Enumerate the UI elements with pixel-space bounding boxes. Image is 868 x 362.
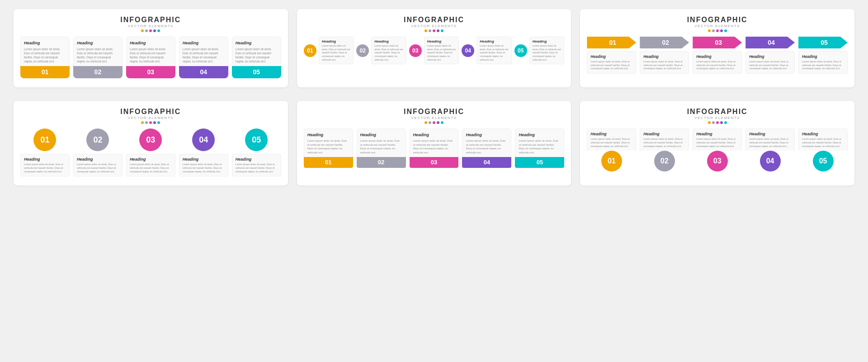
panel-1-a: INFOGRAPHIC VECTOR ELEMENTS Heading Lore… <box>14 9 288 87</box>
circle-num: 01 <box>601 151 622 171</box>
item-body: Lorem ipsum dolor sit amet, Duis ut vehi… <box>307 139 349 154</box>
card: Heading Lorem ipsum dolor sit amet, Duis… <box>529 37 565 64</box>
item-heading: Heading <box>236 41 278 45</box>
dot-3 <box>716 29 719 32</box>
panel-header: INFOGRAPHIC VECTOR ELEMENTS <box>20 108 281 124</box>
item-heading: Heading <box>643 132 685 136</box>
item-heading: Heading <box>749 132 791 136</box>
dot-1 <box>708 29 711 32</box>
item-body: Lorem ipsum dolor sit amet, Duis ut vehi… <box>749 138 791 148</box>
tab-num: 01 <box>304 157 353 168</box>
item-heading: Heading <box>183 41 225 45</box>
item-body: Lorem ipsum dolor sit amet, Duis ut vehi… <box>749 60 791 71</box>
card: Heading Lorem ipsum dolor sit amet, Duis… <box>126 154 175 176</box>
panel-header: INFOGRAPHIC VECTOR ELEMENTS <box>20 16 281 32</box>
item-body: Lorem ipsum dolor sit amet, Duis ut vehi… <box>77 163 119 173</box>
list-item: Heading Lorem ipsum dolor sit amet, Duis… <box>357 129 406 168</box>
badge-4: 04 <box>179 66 228 78</box>
circle-num: 02 <box>654 151 675 171</box>
dot-3 <box>716 121 719 124</box>
item-body: Lorem ipsum dolor sit amet, Duis ut vehi… <box>590 60 632 71</box>
items: 01 Heading Lorem ipsum dolor sit amet, D… <box>20 129 281 176</box>
list-item: Heading Lorem ipsum dolor sit amet, Duis… <box>587 129 636 171</box>
list-item: 04 Heading Lorem ipsum dolor sit amet, D… <box>462 37 512 64</box>
item-heading: Heading <box>77 157 119 162</box>
item-heading: Heading <box>427 39 456 43</box>
num-badge: 05 <box>514 44 527 57</box>
list-item: Heading Lorem ipsum dolor sit amet, Duis… <box>462 129 511 168</box>
card: Heading Lorem ipsum dolor sit amet, Duis… <box>232 154 281 176</box>
card: Heading Lorem ipsum dolor sit amet, Duis… <box>20 37 70 66</box>
item-body: Lorem ipsum dolor sit amet, Duis ut vehi… <box>360 139 402 154</box>
num-badge: 03 <box>409 44 422 57</box>
item-body: Lorem ipsum dolor sit amet, Duis ut vehi… <box>533 44 561 62</box>
badge-1: 01 <box>20 66 70 78</box>
card: Heading Lorem ipsum dolor sit amet, Duis… <box>371 37 406 64</box>
tab-num: 05 <box>515 157 564 168</box>
card: Heading Lorem ipsum dolor sit amet, Duis… <box>462 129 511 157</box>
card: Heading Lorem ipsum dolor sit amet, Duis… <box>798 51 848 74</box>
panel-1-c: INFOGRAPHIC VECTOR ELEMENTS 01 Heading L… <box>580 9 854 87</box>
item-body: Lorem ipsum dolor sit amet, Duis ut vehi… <box>236 163 278 173</box>
arrow-num: 02 <box>640 37 689 48</box>
item-heading: Heading <box>519 133 561 137</box>
panel-subtitle: VECTOR ELEMENTS <box>304 24 565 28</box>
bubble-num: 01 <box>33 129 56 151</box>
panel-header: INFOGRAPHIC VECTOR ELEMENTS <box>304 108 565 124</box>
panel-title: INFOGRAPHIC <box>20 16 281 24</box>
tab-num: 02 <box>357 157 406 168</box>
badge-3: 03 <box>126 66 175 78</box>
list-item: Heading Lorem ipsum dolor sit amet, Duis… <box>410 129 459 168</box>
dot-3 <box>433 121 435 124</box>
circle-num: 04 <box>760 151 781 171</box>
list-item: 02 Heading Lorem ipsum dolor sit amet, D… <box>73 129 123 176</box>
item-heading: Heading <box>360 133 402 137</box>
dot-3 <box>149 121 152 124</box>
list-item: 03 Heading Lorem ipsum dolor sit amet, D… <box>409 37 459 64</box>
tab-num: 03 <box>410 157 459 168</box>
circle-num: 03 <box>707 151 728 171</box>
bubble-num: 03 <box>139 129 162 151</box>
list-item: Heading Lorem ipsum dolor sit amet, Duis… <box>73 37 123 78</box>
row-2: INFOGRAPHIC VECTOR ELEMENTS 01 Heading L… <box>14 101 854 186</box>
list-item: 05 Heading Lorem ipsum dolor sit amet, D… <box>232 129 281 176</box>
item-heading: Heading <box>749 54 791 59</box>
item-heading: Heading <box>307 133 349 137</box>
list-item: 05 Heading Lorem ipsum dolor sit amet, D… <box>514 37 565 64</box>
arrow-num: 04 <box>745 37 795 48</box>
item-heading: Heading <box>413 133 455 137</box>
item-heading: Heading <box>183 157 225 162</box>
dot-2 <box>145 121 148 124</box>
card: Heading Lorem ipsum dolor sit amet, Duis… <box>179 154 228 176</box>
card: Heading Lorem ipsum dolor sit amet, Duis… <box>693 129 742 151</box>
card: Heading Lorem ipsum dolor sit amet, Duis… <box>232 37 281 66</box>
list-item: Heading Lorem ipsum dolor sit amet, Duis… <box>745 129 795 171</box>
dot-3 <box>433 29 435 32</box>
item-heading: Heading <box>24 157 66 162</box>
dot-4 <box>437 29 439 32</box>
item-heading: Heading <box>77 41 119 45</box>
panel-2-c: INFOGRAPHIC VECTOR ELEMENTS Heading Lore… <box>580 101 854 186</box>
row-1: INFOGRAPHIC VECTOR ELEMENTS Heading Lore… <box>14 9 854 87</box>
items: Heading Lorem ipsum dolor sit amet, Duis… <box>587 129 848 171</box>
panel-subtitle: VECTOR ELEMENTS <box>587 24 848 28</box>
dot-4 <box>153 29 156 32</box>
item-heading: Heading <box>236 157 278 162</box>
panel-subtitle: VECTOR ELEMENTS <box>304 116 565 120</box>
list-item: Heading Lorem ipsum dolor sit amet, Duis… <box>179 37 228 78</box>
dot-1 <box>425 121 427 124</box>
dot-4 <box>437 121 439 124</box>
dot-row <box>587 29 848 32</box>
item-body: Lorem ipsum dolor sit amet, Duis ut vehi… <box>802 138 844 148</box>
panel-header: INFOGRAPHIC VECTOR ELEMENTS <box>587 16 848 32</box>
item-heading: Heading <box>130 41 172 45</box>
dot-4 <box>153 121 156 124</box>
dot-5 <box>724 121 727 124</box>
dot-row <box>304 29 565 32</box>
item-body: Lorem ipsum dolor sit amet, Duis ut vehi… <box>130 47 172 63</box>
item-body: Lorem ipsum dolor sit amet, Duis ut vehi… <box>374 44 403 62</box>
item-heading: Heading <box>466 133 508 137</box>
dot-5 <box>724 29 727 32</box>
card: Heading Lorem ipsum dolor sit amet, Duis… <box>73 37 123 66</box>
card: Heading Lorem ipsum dolor sit amet, Duis… <box>640 129 689 151</box>
